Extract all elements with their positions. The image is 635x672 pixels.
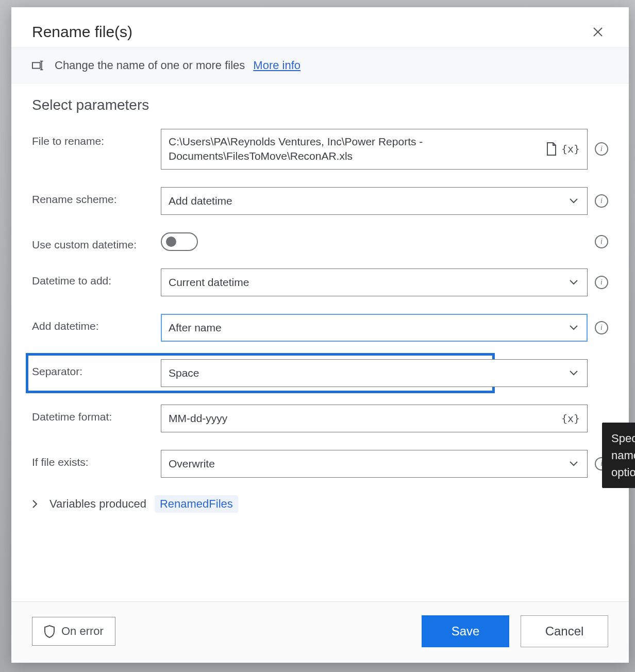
add-datetime-dropdown[interactable]: After name (161, 314, 588, 342)
datetime-to-add-dropdown[interactable]: Current datetime (161, 268, 588, 296)
row-datetime-to-add: Datetime to add: Current datetime i (32, 268, 608, 296)
datetime-format-input[interactable]: MM-dd-yyyy {x} (161, 405, 588, 432)
dialog-body: Select parameters File to rename: C:\Use… (11, 83, 629, 601)
section-title: Select parameters (32, 97, 608, 113)
on-error-button[interactable]: On error (32, 617, 115, 646)
variable-picker-icon[interactable]: {x} (561, 143, 580, 155)
rename-scheme-dropdown[interactable]: Add datetime (161, 187, 588, 215)
separator-value: Space (169, 366, 567, 380)
row-datetime-format: Datetime format: MM-dd-yyyy {x} (32, 405, 608, 432)
if-file-exists-value: Overwrite (169, 457, 567, 471)
info-icon[interactable]: i (595, 321, 608, 334)
row-separator: Separator: Space (32, 359, 608, 387)
info-bar: Change the name of one or more files Mor… (11, 47, 629, 83)
label-datetime-format: Datetime format: (32, 405, 161, 423)
info-icon[interactable]: i (595, 194, 608, 208)
variables-produced-label: Variables produced (49, 497, 146, 511)
more-info-link[interactable]: More info (253, 59, 300, 72)
file-picker-icon[interactable] (546, 142, 557, 156)
label-if-file-exists: If file exists: (32, 450, 161, 468)
save-button[interactable]: Save (422, 615, 509, 647)
tooltip: Specif name option (602, 423, 635, 488)
row-rename-scheme: Rename scheme: Add datetime i (32, 187, 608, 215)
variables-produced-row[interactable]: Variables produced RenamedFiles (32, 495, 608, 513)
save-label: Save (452, 624, 480, 639)
close-button[interactable] (588, 22, 608, 42)
cancel-button[interactable]: Cancel (521, 615, 608, 647)
chevron-right-icon (32, 499, 41, 509)
svg-rect-0 (32, 62, 40, 68)
rename-scheme-value: Add datetime (169, 194, 567, 208)
row-use-custom-datetime: Use custom datetime: i (32, 232, 608, 251)
info-icon[interactable]: i (595, 142, 608, 156)
dialog-title: Rename file(s) (32, 23, 132, 41)
use-custom-datetime-toggle[interactable] (161, 232, 198, 251)
variable-badge[interactable]: RenamedFiles (155, 495, 238, 513)
on-error-label: On error (61, 625, 104, 638)
datetime-format-value: MM-dd-yyyy (169, 411, 561, 426)
info-text: Change the name of one or more files (55, 59, 245, 72)
chevron-down-icon (567, 458, 580, 470)
label-use-custom-datetime: Use custom datetime: (32, 232, 161, 251)
file-to-rename-input[interactable]: C:\Users\PA\Reynolds Ventures, Inc\Power… (161, 129, 588, 170)
chevron-down-icon (567, 276, 580, 289)
add-datetime-value: After name (169, 321, 567, 335)
label-add-datetime: Add datetime: (32, 314, 161, 332)
shield-icon (44, 625, 55, 638)
chevron-down-icon (567, 195, 580, 207)
if-file-exists-dropdown[interactable]: Overwrite (161, 450, 588, 478)
info-icon[interactable]: i (595, 276, 608, 289)
separator-dropdown[interactable]: Space (161, 359, 588, 387)
close-icon (592, 26, 604, 38)
row-if-file-exists: If file exists: Overwrite i (32, 450, 608, 478)
label-datetime-to-add: Datetime to add: (32, 268, 161, 287)
info-icon[interactable]: i (595, 235, 608, 248)
label-separator: Separator: (32, 359, 161, 378)
chevron-down-icon (567, 322, 580, 334)
rename-files-dialog: Rename file(s) Change the name of one or… (11, 7, 629, 663)
variable-picker-icon[interactable]: {x} (561, 412, 580, 425)
row-add-datetime: Add datetime: After name i (32, 314, 608, 342)
dialog-footer: On error Save Cancel (11, 601, 629, 663)
rename-action-icon (32, 58, 46, 73)
dialog-titlebar: Rename file(s) (11, 7, 629, 47)
datetime-to-add-value: Current datetime (169, 275, 567, 290)
file-to-rename-value: C:\Users\PA\Reynolds Ventures, Inc\Power… (169, 135, 546, 164)
row-file-to-rename: File to rename: C:\Users\PA\Reynolds Ven… (32, 129, 608, 170)
label-rename-scheme: Rename scheme: (32, 187, 161, 206)
toggle-knob (166, 237, 176, 247)
label-file-to-rename: File to rename: (32, 129, 161, 147)
chevron-down-icon (567, 367, 580, 379)
cancel-label: Cancel (545, 624, 584, 639)
